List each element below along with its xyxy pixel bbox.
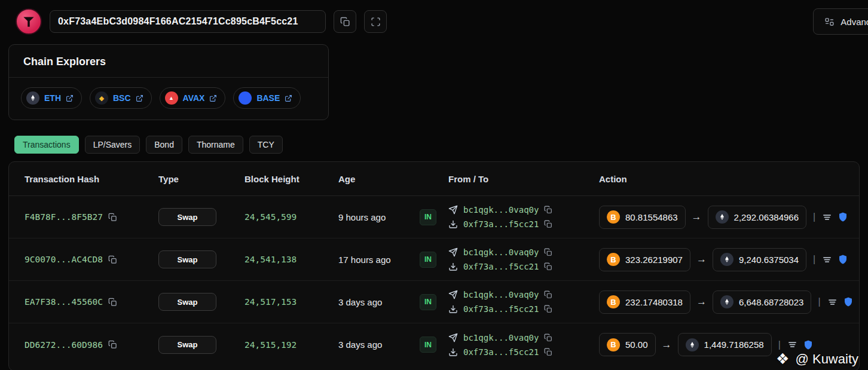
copy-icon[interactable] xyxy=(544,248,552,256)
tx-type-badge[interactable]: Swap xyxy=(158,250,216,268)
out-amount: 9,240.6375034 xyxy=(739,255,799,265)
copy-icon[interactable] xyxy=(544,291,552,299)
external-link-icon xyxy=(209,94,217,102)
tab-tcy[interactable]: TCY xyxy=(249,136,283,154)
table-header-row: Transaction Hash Type Block Height Age F… xyxy=(9,162,859,196)
copy-icon[interactable] xyxy=(544,220,552,228)
fullscreen-icon xyxy=(371,17,381,27)
tx-type-badge[interactable]: Swap xyxy=(158,208,216,226)
tx-hash-link[interactable]: 9C0070...AC4CD8 xyxy=(25,255,103,264)
section-tabs: Transactions LP/Savers Bond Thorname TCY xyxy=(14,136,868,154)
tx-hash-link[interactable]: F4B78F...8F5B27 xyxy=(25,212,103,222)
direction-badge: IN xyxy=(420,209,436,225)
receive-icon xyxy=(448,219,458,229)
btc-icon: B xyxy=(607,295,620,308)
shield-icon[interactable] xyxy=(838,254,848,265)
block-height-link[interactable]: 24,517,153 xyxy=(244,297,338,307)
shield-icon[interactable] xyxy=(803,340,814,350)
in-amount: 232.17480318 xyxy=(625,297,683,307)
send-icon xyxy=(448,333,458,343)
tab-bond[interactable]: Bond xyxy=(146,136,182,154)
divider: | xyxy=(813,254,815,265)
chain-label: BASE xyxy=(256,93,280,103)
tx-hash-link[interactable]: DD6272...60D986 xyxy=(25,340,103,350)
in-amount-pill: B 232.17480318 xyxy=(599,291,690,314)
tab-lp-savers[interactable]: LP/Savers xyxy=(85,136,140,154)
from-address-link[interactable]: bc1qgk...0vaq0y xyxy=(463,290,539,299)
tx-hash-link[interactable]: EA7F38...45560C xyxy=(25,297,103,307)
eth-chain-icon xyxy=(26,91,39,105)
tx-type-badge[interactable]: Swap xyxy=(158,336,216,354)
chain-label: AVAX xyxy=(183,93,205,103)
streaming-swap-icon[interactable] xyxy=(822,255,832,265)
divider: | xyxy=(778,340,781,350)
copy-icon[interactable] xyxy=(108,255,117,264)
tab-thorname[interactable]: Thorname xyxy=(188,136,243,154)
streaming-swap-icon[interactable] xyxy=(822,212,832,222)
to-address-link[interactable]: 0xf73a...f5cc21 xyxy=(463,262,539,271)
from-address-link[interactable]: bc1qgk...0vaq0y xyxy=(463,205,539,215)
block-height-link[interactable]: 24,541,138 xyxy=(244,255,338,264)
receive-icon xyxy=(448,304,458,314)
bsc-chain-icon: ◆ xyxy=(95,91,108,105)
tx-type-badge[interactable]: Swap xyxy=(158,293,216,311)
in-amount-pill: B 50.00 xyxy=(599,333,656,356)
to-address-link[interactable]: 0xf73a...f5cc21 xyxy=(463,347,539,357)
address-search xyxy=(50,10,326,33)
streaming-swap-icon[interactable] xyxy=(787,340,797,350)
watermark-text: @ Kuwaity xyxy=(796,351,858,367)
btc-icon: B xyxy=(607,338,620,351)
external-link-icon xyxy=(66,94,74,102)
divider: | xyxy=(818,296,820,307)
copy-icon[interactable] xyxy=(108,213,117,222)
block-height-link[interactable]: 24,545,599 xyxy=(244,212,338,222)
receive-icon xyxy=(448,262,458,271)
chain-explorers-card: Chain Explorers ETH ◆ BSC ▲ AVAX BASE xyxy=(8,44,329,120)
app-logo[interactable] xyxy=(16,8,42,35)
out-amount: 6,648.68728023 xyxy=(739,297,803,307)
copy-icon[interactable] xyxy=(544,305,552,313)
copy-icon[interactable] xyxy=(108,298,117,307)
from-address-link[interactable]: bc1qgk...0vaq0y xyxy=(463,247,539,257)
header-age: Age xyxy=(338,174,420,184)
copy-icon[interactable] xyxy=(544,262,552,271)
from-address-link[interactable]: bc1qgk...0vaq0y xyxy=(463,333,539,343)
eth-icon xyxy=(720,253,733,266)
chain-link-avax[interactable]: ▲ AVAX xyxy=(160,87,226,109)
to-address-link[interactable]: 0xf73a...f5cc21 xyxy=(463,304,539,314)
copy-icon[interactable] xyxy=(544,206,552,214)
send-icon xyxy=(448,247,458,257)
advanced-button[interactable]: Advanced xyxy=(813,8,868,35)
direction-badge: IN xyxy=(420,294,436,310)
fullscreen-button[interactable] xyxy=(364,10,387,33)
tab-transactions[interactable]: Transactions xyxy=(14,136,79,154)
streaming-swap-icon[interactable] xyxy=(827,297,838,307)
chain-link-eth[interactable]: ETH xyxy=(21,87,82,109)
transactions-table: Transaction Hash Type Block Height Age F… xyxy=(8,161,860,370)
btc-icon: B xyxy=(607,253,620,266)
in-amount: 50.00 xyxy=(625,340,648,350)
block-height-link[interactable]: 24,515,192 xyxy=(244,340,338,350)
chain-link-base[interactable]: BASE xyxy=(233,87,301,109)
out-amount-pill: 1,449.7186258 xyxy=(678,333,772,356)
copy-icon[interactable] xyxy=(544,334,552,342)
external-link-icon xyxy=(285,94,292,102)
copy-icon[interactable] xyxy=(544,348,552,356)
shield-icon[interactable] xyxy=(843,296,854,307)
table-row: DD6272...60D986 Swap 24,515,192 3 days a… xyxy=(9,323,859,366)
to-address-link[interactable]: 0xf73a...f5cc21 xyxy=(463,219,539,229)
copy-icon[interactable] xyxy=(108,340,117,349)
eth-icon xyxy=(720,295,733,308)
in-amount: 323.26219907 xyxy=(625,255,683,265)
copy-icon xyxy=(340,17,350,27)
out-amount-pill: 6,648.68728023 xyxy=(713,291,811,314)
direction-badge: IN xyxy=(420,252,436,268)
address-search-input[interactable] xyxy=(58,16,317,27)
chain-explorer-list: ETH ◆ BSC ▲ AVAX BASE xyxy=(9,78,328,120)
header-block-height: Block Height xyxy=(244,174,338,184)
copy-address-button[interactable] xyxy=(334,10,356,33)
tx-age: 3 days ago xyxy=(338,297,420,307)
chain-link-bsc[interactable]: ◆ BSC xyxy=(90,87,152,109)
shield-icon[interactable] xyxy=(838,212,848,222)
out-amount: 2,292.06384966 xyxy=(734,212,799,222)
